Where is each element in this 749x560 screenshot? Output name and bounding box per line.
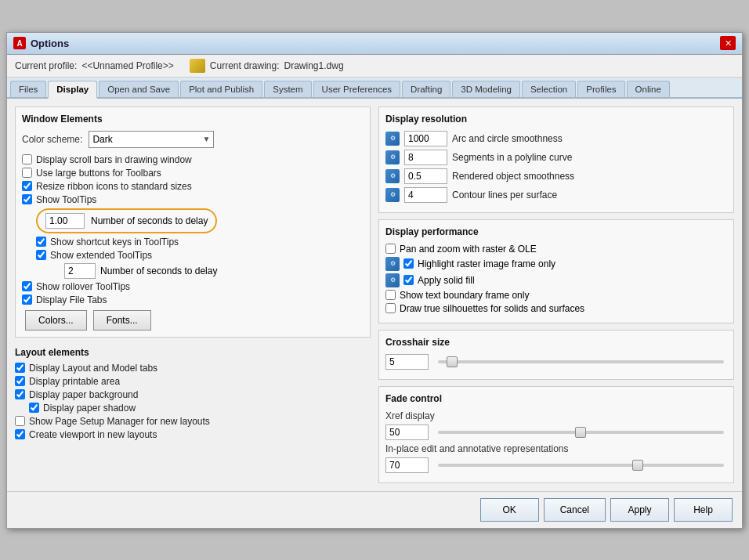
display-file-tabs-checkbox[interactable] [22, 294, 32, 305]
perf-icon-2: ⚙ [385, 273, 400, 287]
display-paper-bg-checkbox[interactable] [15, 389, 25, 399]
extended-tooltips-checkbox[interactable] [36, 250, 46, 260]
ok-button[interactable]: OK [480, 498, 539, 522]
show-page-setup-row: Show Page Setup Manager for new layouts [15, 416, 371, 427]
tooltip-delay-input[interactable] [45, 213, 85, 229]
xref-slider-thumb[interactable] [575, 427, 586, 438]
shortcut-keys-checkbox[interactable] [36, 237, 46, 247]
fonts-button[interactable]: Fonts... [93, 310, 151, 331]
tab-profiles[interactable]: Profiles [577, 81, 624, 97]
options-window: A Options ✕ Current profile: <<Unnamed P… [6, 32, 743, 529]
profile-bar: Current profile: <<Unnamed Profile>> Cur… [7, 55, 742, 78]
tab-selection[interactable]: Selection [522, 81, 576, 97]
display-paper-shadow-checkbox[interactable] [29, 403, 39, 413]
tooltip-delay-box: Number of seconds to delay [36, 208, 217, 233]
show-tooltips-row: Show ToolTips [22, 194, 364, 205]
colors-button[interactable]: Colors... [25, 310, 87, 331]
large-buttons-row: Use large buttons for Toolbars [22, 168, 364, 179]
tab-system[interactable]: System [264, 81, 311, 97]
create-viewport-row: Create viewport in new layouts [15, 429, 371, 440]
res-icon-0: ⚙ [385, 132, 400, 146]
scroll-bars-checkbox[interactable] [22, 154, 32, 164]
title-bar-left: A Options [13, 37, 69, 49]
contour-lines-label: Contour lines per surface [452, 190, 557, 201]
show-tooltips-label: Show ToolTips [36, 194, 96, 205]
tab-user-preferences[interactable]: User Preferences [313, 81, 400, 97]
main-content: Window Elements Color scheme: Dark ▼ Dis… [7, 99, 742, 491]
display-resolution-title: Display resolution [385, 114, 727, 125]
highlight-raster-checkbox[interactable] [403, 258, 414, 269]
extended-delay-input[interactable] [64, 263, 96, 279]
polyline-input[interactable] [404, 150, 447, 165]
window-elements-group: Window Elements Color scheme: Dark ▼ Dis… [15, 107, 371, 338]
tab-files[interactable]: Files [10, 81, 46, 97]
tabs-bar: Files Display Open and Save Plot and Pub… [7, 78, 742, 99]
rendered-smooth-input[interactable] [404, 168, 447, 184]
display-paper-bg-row: Display paper background [15, 389, 371, 400]
inplace-slider-row [385, 457, 727, 473]
close-button[interactable]: ✕ [720, 36, 736, 50]
display-layout-model-checkbox[interactable] [15, 363, 25, 373]
resize-ribbon-checkbox[interactable] [22, 181, 32, 191]
res-icon-2: ⚙ [385, 169, 400, 183]
arc-smoothness-input[interactable] [404, 131, 447, 146]
tab-drafting[interactable]: Drafting [402, 81, 450, 97]
color-scheme-dropdown[interactable]: Dark ▼ [89, 131, 214, 148]
tooltip-delay-label: Number of seconds to delay [91, 215, 208, 226]
show-page-setup-checkbox[interactable] [15, 416, 25, 426]
shortcut-keys-row: Show shortcut keys in ToolTips [22, 237, 364, 247]
crosshair-input[interactable] [385, 354, 429, 370]
tab-display[interactable]: Display [48, 81, 97, 99]
scroll-bars-label: Display scroll bars in drawing window [36, 154, 192, 165]
display-printable-label: Display printable area [29, 376, 120, 387]
tab-online[interactable]: Online [627, 81, 670, 97]
apply-button[interactable]: Apply [610, 498, 669, 522]
current-drawing-section: Current drawing: Drawing1.dwg [190, 59, 344, 73]
perf-row-4: Draw true silhouettes for solids and sur… [385, 303, 727, 314]
apply-solid-fill-checkbox[interactable] [403, 275, 414, 285]
drawing-icon [190, 59, 205, 73]
display-paper-bg-label: Display paper background [29, 389, 138, 400]
tab-open-save[interactable]: Open and Save [99, 81, 179, 97]
inplace-slider-container [435, 464, 727, 467]
inplace-label: In-place edit and annotative representat… [385, 443, 727, 454]
show-tooltips-checkbox[interactable] [22, 194, 32, 204]
display-printable-row: Display printable area [15, 376, 371, 387]
text-boundary-checkbox[interactable] [385, 290, 396, 300]
current-drawing-value: Drawing1.dwg [284, 60, 344, 71]
contour-lines-input[interactable] [404, 187, 447, 203]
create-viewport-checkbox[interactable] [15, 429, 25, 439]
scroll-bars-row: Display scroll bars in drawing window [22, 154, 364, 165]
inplace-slider-track [438, 464, 724, 467]
display-performance-group: Display performance Pan and zoom with ra… [378, 219, 734, 323]
display-layout-model-row: Display Layout and Model tabs [15, 363, 371, 374]
app-icon: A [13, 37, 26, 49]
layout-elements-section: Layout elements Display Layout and Model… [15, 347, 371, 443]
true-silhouettes-checkbox[interactable] [385, 303, 396, 313]
pan-zoom-checkbox[interactable] [385, 244, 396, 254]
rollover-tooltips-checkbox[interactable] [22, 281, 32, 291]
res-icon-1: ⚙ [385, 150, 400, 164]
display-printable-checkbox[interactable] [15, 376, 25, 386]
inplace-input[interactable] [385, 457, 429, 473]
large-buttons-checkbox[interactable] [22, 168, 32, 178]
inplace-slider-thumb[interactable] [632, 460, 643, 471]
perf-row-2: ⚙ Apply solid fill [385, 273, 727, 287]
rollover-tooltips-label: Show rollover ToolTips [36, 281, 130, 292]
tab-plot-publish[interactable]: Plot and Publish [180, 81, 262, 97]
current-drawing-label: Current drawing: [210, 60, 280, 71]
display-file-tabs-label: Display File Tabs [36, 294, 107, 305]
crosshair-slider-track [438, 360, 724, 363]
crosshair-slider-thumb[interactable] [447, 356, 458, 367]
perf-icon-1: ⚙ [385, 257, 400, 271]
res-row-3: ⚙ Contour lines per surface [385, 187, 727, 203]
xref-slider-container [435, 431, 727, 434]
cancel-button[interactable]: Cancel [544, 498, 606, 522]
xref-input[interactable] [385, 425, 429, 440]
help-button[interactable]: Help [674, 498, 733, 522]
tab-3d-modeling[interactable]: 3D Modeling [452, 81, 520, 97]
display-resolution-group: Display resolution ⚙ Arc and circle smoo… [378, 107, 734, 213]
xref-slider-track [438, 431, 724, 434]
colors-fonts-row: Colors... Fonts... [25, 310, 364, 331]
crosshair-slider-container [435, 360, 727, 363]
